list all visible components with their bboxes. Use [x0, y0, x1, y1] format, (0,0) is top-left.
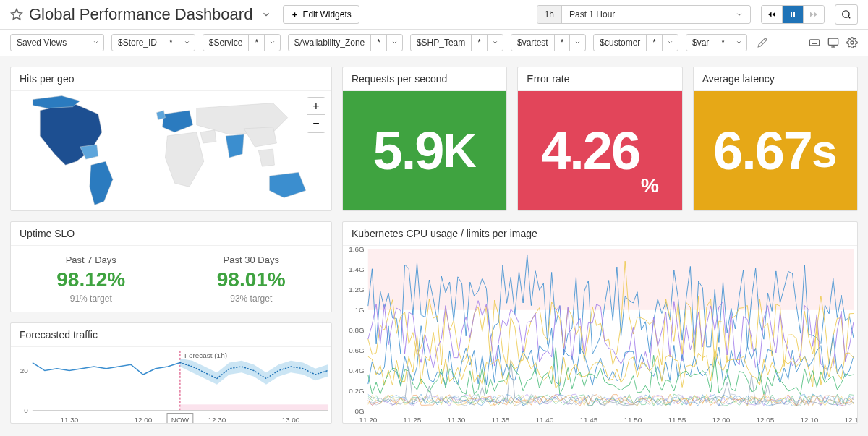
svg-rect-32	[180, 404, 328, 410]
slo-past-7-days: Past 7 Days 98.12% 91% target	[56, 255, 125, 304]
filter-var-var[interactable]: $var*	[686, 34, 747, 51]
svg-text:0.6G: 0.6G	[349, 346, 365, 354]
kpi-row: Requests per second 5.9K Error rate 4.26…	[342, 67, 858, 211]
filter-var-name: $customer	[594, 35, 647, 51]
slo-past-30-days: Past 30 Days 98.01% 93% target	[217, 255, 286, 304]
chevron-down-icon	[488, 35, 503, 51]
kpi-suffix: s	[812, 124, 838, 178]
widget-error-rate[interactable]: Error rate 4.26%	[517, 67, 682, 211]
page-header: Global Performance Dashboard Edit Widget…	[0, 0, 868, 30]
svg-text:1G: 1G	[355, 306, 365, 314]
chevron-down-icon	[93, 39, 99, 46]
edit-filters-icon[interactable]	[757, 38, 767, 48]
kpi-suffix: %	[641, 174, 659, 197]
zoom-out-button[interactable]: −	[307, 115, 325, 132]
filter-var-name: $Availability_Zone	[289, 35, 371, 51]
plus-icon	[291, 11, 299, 19]
svg-marker-8	[810, 12, 814, 17]
widget-title: Average latency	[694, 67, 857, 91]
saved-views-label: Saved Views	[11, 35, 88, 51]
kpi-value: 4.26	[541, 120, 639, 181]
star-icon[interactable]	[10, 8, 23, 21]
filter-var-name: $SHP_Team	[411, 35, 472, 51]
chevron-down-icon	[570, 35, 585, 51]
kpi-suffix: K	[443, 124, 476, 178]
filter-var-customer[interactable]: $customer*	[593, 34, 678, 51]
world-map-svg	[11, 91, 331, 211]
svg-text:11:30: 11:30	[447, 416, 465, 424]
keyboard-icon[interactable]	[809, 37, 820, 48]
search-button[interactable]	[835, 4, 858, 25]
map-zoom-controls: + −	[307, 97, 326, 133]
svg-point-9	[843, 11, 849, 17]
svg-text:0G: 0G	[355, 407, 365, 415]
svg-text:11:30: 11:30	[60, 416, 78, 424]
svg-text:11:40: 11:40	[535, 416, 553, 424]
filter-var-name: $vartest	[511, 35, 555, 51]
svg-rect-5	[791, 12, 792, 17]
forecast-chart: 02011:3012:0012:3013:00NOWForecast (1h)	[11, 347, 331, 424]
geo-map[interactable]: + −	[11, 91, 331, 211]
widget-kubernetes-cpu[interactable]: Kubernetes CPU usage / limits per image …	[342, 221, 858, 424]
filter-var-value: *	[249, 35, 265, 51]
edit-widgets-button[interactable]: Edit Widgets	[283, 5, 359, 24]
svg-marker-7	[814, 12, 818, 17]
widget-hits-per-geo[interactable]: Hits per geo	[10, 67, 332, 211]
slo-value: 98.12%	[56, 268, 125, 291]
svg-rect-6	[793, 12, 795, 17]
widget-average-latency[interactable]: Average latency 6.67s	[693, 67, 858, 211]
svg-text:12:00: 12:00	[134, 416, 152, 424]
svg-text:13:00: 13:00	[282, 416, 300, 424]
svg-text:20: 20	[20, 367, 29, 375]
svg-point-20	[851, 41, 854, 44]
k8s-chart: 0G0.2G0.4G0.6G0.8G1G1.2G1.4G1.6G11:2011:…	[343, 246, 857, 424]
svg-marker-3	[768, 12, 772, 17]
svg-line-10	[848, 17, 851, 19]
chevron-down-icon	[387, 35, 402, 51]
time-range-dropdown[interactable]: Past 1 Hour	[562, 6, 750, 23]
filter-var-Availability_Zone[interactable]: $Availability_Zone*	[288, 34, 403, 51]
page-title: Global Performance Dashboard	[29, 5, 252, 24]
svg-marker-0	[12, 9, 22, 20]
chevron-down-icon[interactable]	[261, 9, 271, 20]
filter-var-Service[interactable]: $Service*	[203, 34, 281, 51]
search-icon	[841, 9, 851, 20]
svg-text:11:45: 11:45	[579, 416, 597, 424]
slo-period-label: Past 7 Days	[56, 255, 125, 265]
svg-rect-11	[809, 40, 819, 46]
pause-button[interactable]	[783, 6, 804, 23]
widget-uptime-slo[interactable]: Uptime SLO Past 7 Days 98.12% 91% target…	[10, 221, 332, 312]
gear-icon[interactable]	[846, 37, 858, 48]
time-range-badge: 1h	[537, 6, 562, 23]
filter-var-value: *	[555, 35, 571, 51]
slo-period-label: Past 30 Days	[217, 255, 286, 265]
svg-text:1.4G: 1.4G	[349, 265, 365, 273]
filter-var-name: $var	[686, 35, 715, 51]
filter-var-vartest[interactable]: $vartest*	[511, 34, 586, 51]
time-range-selector[interactable]: 1h Past 1 Hour	[537, 5, 751, 24]
svg-text:0.2G: 0.2G	[349, 387, 365, 395]
svg-text:11:35: 11:35	[491, 416, 509, 424]
widget-title: Forecasted traffic	[11, 323, 331, 347]
display-icon[interactable]	[827, 37, 839, 48]
edit-widgets-label: Edit Widgets	[302, 9, 351, 20]
filter-var-SHP_Team[interactable]: $SHP_Team*	[410, 34, 503, 51]
filter-var-value: *	[163, 35, 179, 51]
widget-title: Hits per geo	[11, 67, 331, 91]
saved-views-dropdown[interactable]: Saved Views	[10, 34, 104, 51]
forward-button[interactable]	[804, 6, 824, 23]
svg-text:0.8G: 0.8G	[349, 326, 365, 334]
svg-text:12:00: 12:00	[712, 416, 731, 424]
chevron-down-icon	[663, 35, 678, 51]
zoom-in-button[interactable]: +	[307, 98, 325, 115]
playback-controls	[761, 5, 825, 24]
widget-forecasted-traffic[interactable]: Forecasted traffic 02011:3012:0012:3013:…	[10, 322, 332, 424]
filter-var-value: *	[371, 35, 387, 51]
widget-requests-per-second[interactable]: Requests per second 5.9K	[342, 67, 507, 211]
filter-var-name: $Store_ID	[112, 35, 163, 51]
chevron-down-icon	[731, 35, 746, 51]
rewind-button[interactable]	[762, 6, 783, 23]
svg-text:12:05: 12:05	[757, 416, 775, 424]
filter-var-Store_ID[interactable]: $Store_ID*	[111, 34, 195, 51]
chevron-down-icon	[179, 35, 195, 51]
